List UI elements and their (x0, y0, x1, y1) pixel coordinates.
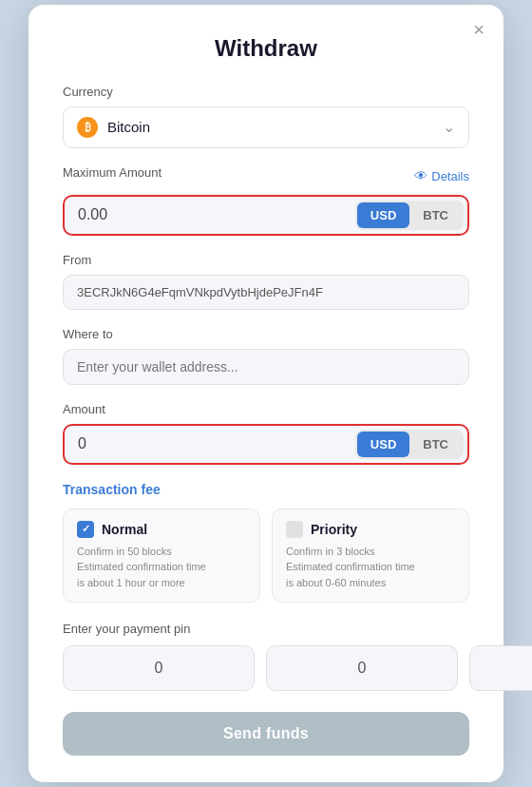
where-to-input[interactable] (63, 349, 469, 385)
fee-normal-checkbox[interactable]: ✓ (77, 521, 94, 538)
amount-btc-toggle[interactable]: BTC (409, 432, 462, 457)
details-link-text: Details (431, 169, 469, 183)
details-link[interactable]: 👁 Details (414, 168, 469, 183)
fee-normal-title: Normal (102, 522, 147, 537)
max-amount-field-group: Maximum Amount 👁 Details USD BTC (63, 165, 469, 236)
from-label: From (63, 253, 469, 267)
pin-input-2[interactable] (266, 645, 458, 691)
checkmark-icon: ✓ (82, 523, 90, 535)
currency-label: Currency (63, 85, 469, 99)
amount-currency-toggle: USD BTC (355, 430, 464, 459)
max-amount-currency-toggle: USD BTC (355, 201, 464, 230)
currency-select[interactable]: ₿ Bitcoin ⌄ (63, 106, 469, 148)
where-to-label: Where to (63, 327, 469, 341)
close-button[interactable]: × (473, 20, 484, 39)
max-amount-input-row: USD BTC (63, 195, 469, 236)
send-funds-button[interactable]: Send funds (63, 712, 469, 756)
amount-input-row: USD BTC (63, 424, 469, 465)
max-amount-label-row: Maximum Amount 👁 Details (63, 165, 469, 187)
pin-input-3[interactable] (469, 645, 532, 691)
max-amount-btc-toggle[interactable]: BTC (409, 202, 462, 228)
currency-name: Bitcoin (107, 119, 150, 135)
from-address-input[interactable] (63, 275, 469, 310)
fee-options: ✓ Normal Confirm in 50 blocksEstimated c… (63, 509, 469, 604)
where-to-field-group: Where to (63, 327, 469, 385)
amount-input[interactable] (65, 426, 352, 462)
bitcoin-icon: ₿ (77, 117, 98, 138)
fee-card-priority-header: Priority (286, 521, 455, 538)
fee-priority-desc: Confirm in 3 blocksEstimated confirmatio… (286, 544, 455, 591)
pin-label: Enter your payment pin (63, 622, 469, 636)
fee-card-priority[interactable]: Priority Confirm in 3 blocksEstimated co… (272, 509, 469, 604)
fee-card-normal-header: ✓ Normal (77, 521, 246, 538)
eye-icon: 👁 (414, 168, 428, 183)
transaction-fee-link[interactable]: Transaction fee (63, 482, 469, 497)
fee-normal-desc: Confirm in 50 blocksEstimated confirmati… (77, 544, 246, 591)
fee-priority-checkbox[interactable] (286, 521, 303, 538)
fee-card-normal[interactable]: ✓ Normal Confirm in 50 blocksEstimated c… (63, 509, 260, 604)
amount-usd-toggle[interactable]: USD (357, 432, 409, 457)
max-amount-label: Maximum Amount (63, 165, 162, 180)
pin-inputs (63, 645, 469, 691)
max-amount-input[interactable] (65, 197, 352, 233)
amount-field-group: Amount USD BTC (63, 402, 469, 465)
pin-input-1[interactable] (63, 645, 255, 691)
from-field-group: From (63, 253, 469, 310)
modal-title: Withdraw (63, 35, 469, 62)
currency-field-group: Currency ₿ Bitcoin ⌄ (63, 85, 469, 148)
withdraw-modal: × Withdraw Currency ₿ Bitcoin ⌄ Maximum … (28, 5, 504, 783)
currency-left: ₿ Bitcoin (77, 117, 150, 138)
max-amount-usd-toggle[interactable]: USD (357, 202, 409, 228)
fee-priority-title: Priority (311, 522, 357, 537)
amount-label: Amount (63, 402, 469, 416)
chevron-down-icon: ⌄ (443, 118, 455, 136)
